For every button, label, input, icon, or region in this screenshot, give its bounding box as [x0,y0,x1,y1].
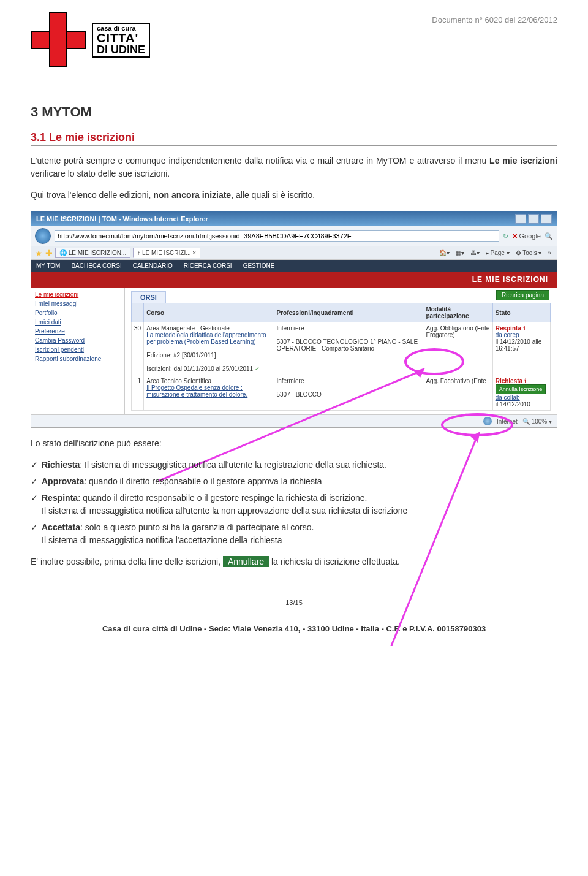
print-icon[interactable]: 🖶▾ [469,249,481,256]
page-number: 13/15 [31,599,557,606]
side-portfolio[interactable]: Portfolio [35,308,121,318]
document-number: Documento n° 6020 del 22/06/2012 [432,12,557,25]
states-intro: Lo stato dell'iscrizione può essere: [31,437,557,450]
more-icon[interactable]: » [546,249,553,256]
close-icon[interactable] [541,214,552,224]
browser-tab-1[interactable]: 🌐 LE MIE ISCRIZION... [55,248,130,258]
table-row: 1 Area Tecnico Scientifica Il Progetto O… [132,375,551,411]
table-row: 30 Area Manageriale - Gestionale La meto… [132,322,551,375]
annullare-button-inline: Annullare [223,556,269,567]
page-menu[interactable]: ▸ Page ▾ [484,249,511,256]
tom-sidebar: Le mie iscrizioni I miei messaggi Portfo… [31,288,125,414]
cell-corso: Area Tecnico Scientifica Il Progetto Osp… [144,375,274,411]
tom-top-menu: MY TOM BACHECA CORSI CALENDARIO RICERCA … [31,260,557,272]
cell-prof: Infermiere 5307 - BLOCCO [274,375,423,411]
state-item: Respinta: quando il diretto responsabile… [42,492,557,517]
menu-mytom[interactable]: MY TOM [36,262,60,269]
cell-prof: Infermiere 5307 - BLOCCO TECNOLOGICO 1° … [274,322,423,375]
side-rapporti[interactable]: Rapporti subordinazione [35,354,121,364]
tools-menu[interactable]: ⚙ Tools ▾ [514,249,544,256]
corso-link[interactable]: La metodologia didattica dell'apprendime… [146,332,266,345]
side-le-mie-iscrizioni[interactable]: Le mie iscrizioni [35,290,121,299]
cell-stato: Richiesta ℹ Annulla Iscrizione da collab… [492,375,550,411]
home-icon[interactable]: 🏠▾ [437,249,451,256]
subsection-title: 3.1 Le mie iscrizioni [31,131,557,146]
side-messaggi[interactable]: I miei messaggi [35,299,121,308]
menu-calendario[interactable]: CALENDARIO [133,262,173,269]
states-list: Richiesta: Il sistema di messaggistica n… [31,459,557,547]
cell-mod: Agg. Facoltativo (Ente [423,375,492,411]
search-icon[interactable]: 🔍 [545,232,553,240]
side-preferenze[interactable]: Preferenze [35,327,121,336]
minimize-icon[interactable] [515,214,526,224]
refresh-icon[interactable]: ↻ [503,232,508,240]
th-num [132,303,144,322]
page-footer: Casa di cura città di Udine - Sede: Vial… [31,619,557,633]
intro-paragraph-2: Qui trova l'elenco delle edizioni, non a… [31,189,557,202]
side-miei-dati[interactable]: I miei dati [35,318,121,327]
status-zone: Internet [497,418,518,425]
screenshot-ie-window: LE MIE ISCRIZIONI | TOM - Windows Intern… [31,211,557,428]
side-cambia-password[interactable]: Cambia Password [35,336,121,345]
search-engine-label: Google [519,232,541,240]
state-item: Accettata: solo a questo punto si ha la … [42,521,557,547]
zoom-label[interactable]: 🔍 100% ▾ [522,418,552,425]
ie-titlebar: LE MIE ISCRIZIONI | TOM - Windows Intern… [31,211,557,226]
ie-tab-row: ★ ✚ 🌐 LE MIE ISCRIZION... ↑ LE MIE ISCRI… [31,246,557,260]
menu-gestione[interactable]: GESTIONE [243,262,275,269]
add-favorite-icon[interactable]: ✚ [45,248,53,258]
cell-num: 1 [132,375,144,411]
side-iscrizioni-pendenti[interactable]: Iscrizioni pendenti [35,345,121,354]
state-item: Approvata: quando il diretto responsabil… [42,475,557,488]
ie-status-bar: Internet 🔍 100% ▾ [31,414,557,427]
cell-corso: Area Manageriale - Gestionale La metodol… [144,322,274,375]
url-input[interactable] [55,230,499,242]
intro-paragraph-1: L'utente potrà sempre e comunque indipen… [31,154,557,180]
logo: casa di cura CITTA' DI UDINE [31,12,150,67]
info-icon: ℹ [523,325,526,332]
section-title: 3 MYTOM [31,104,557,120]
logo-text: casa di cura CITTA' DI UDINE [92,23,150,58]
cell-stato: Respinta ℹ da corep il 14/12/2010 alle 1… [492,322,550,375]
th-prof: Professioni/Inquadramenti [274,303,423,322]
outro-paragraph: E' inoltre possibile, prima della fine d… [31,555,557,568]
ie-address-bar: ↻ ✕Google 🔍 [31,226,557,246]
menu-bacheca[interactable]: BACHECA CORSI [71,262,121,269]
info-icon: ℹ [524,378,527,384]
page-header: casa di cura CITTA' DI UDINE Documento n… [31,12,557,67]
feeds-icon[interactable]: ▦▾ [454,249,466,256]
corso-link[interactable]: Il Progetto Ospedale senza dolore : misu… [146,384,247,398]
menu-ricerca[interactable]: RICERCA CORSI [184,262,232,269]
cell-mod: Agg. Obbligatorio (Ente Erogatore) [423,322,492,375]
close-search-icon[interactable]: ✕ [512,232,518,240]
check-icon: ✓ [255,365,260,372]
browser-tab-2[interactable]: ↑ LE MIE ISCRIZI... × [133,248,200,258]
user-link[interactable]: da collab [496,394,520,401]
globe-icon [483,417,492,425]
tom-page-title: LE MIE ISCRIZIONI [31,272,557,288]
th-corso: Corso [144,303,274,322]
ricarica-button[interactable]: Ricarica pagina [496,290,549,300]
iscrizioni-table: Corso Professioni/Inquadramenti Modalità… [131,303,551,411]
favorites-icon[interactable]: ★ [35,248,43,258]
state-item: Richiesta: Il sistema di messaggistica n… [42,459,557,471]
orsi-tab[interactable]: ORSI [131,291,166,303]
red-cross-icon [31,12,86,67]
back-button-icon[interactable] [35,228,51,244]
th-stato: Stato [492,303,550,322]
annulla-iscrizione-button[interactable]: Annulla Iscrizione [496,384,546,394]
tom-main: ORSI Ricarica pagina Corso Professioni/I… [125,288,557,414]
user-link[interactable]: da corep [496,332,519,338]
maximize-icon[interactable] [528,214,539,224]
cell-num: 30 [132,322,144,375]
th-mod: Modalità partecipazione [423,303,492,322]
